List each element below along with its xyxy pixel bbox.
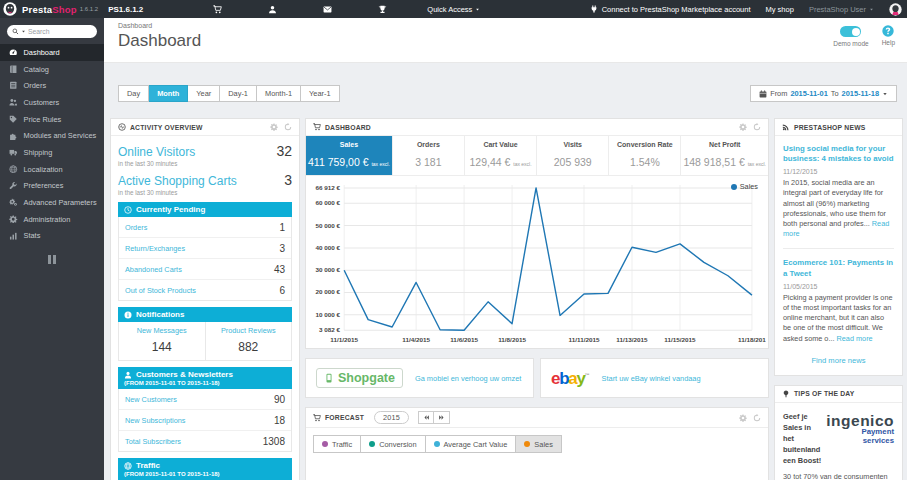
activity-panel-body: Online Visitors 32 in the last 30 minute…: [111, 136, 299, 480]
sidebar-item-shipping[interactable]: Shipping: [0, 144, 104, 161]
pending-row-returns: Return/Exchanges3: [119, 238, 291, 259]
panel-refresh-icon[interactable]: [753, 414, 761, 422]
forecast-prev-button[interactable]: [418, 411, 434, 424]
panel-settings-icon[interactable]: [739, 123, 747, 131]
forecast-next-button[interactable]: [434, 411, 450, 424]
sidebar-collapse-toggle[interactable]: [48, 255, 57, 264]
chart-legend: Sales: [731, 182, 758, 191]
forecast-panel-header: FORECAST 2015: [306, 408, 768, 428]
article-date: 11/12/2015: [783, 168, 894, 175]
help-control: Help: [882, 25, 895, 47]
metric-conversion-rate[interactable]: Conversion Rate1.54%: [609, 136, 681, 175]
panel-settings-icon[interactable]: [270, 123, 278, 131]
sidebar-item-dashboard[interactable]: Dashboard: [0, 44, 104, 61]
cart-icon[interactable]: [213, 5, 222, 14]
sidebar-item-customers[interactable]: Customers: [0, 94, 104, 111]
shopgate-link[interactable]: Ga mobiel en verhoog uw omzet: [415, 374, 521, 383]
metric-visits[interactable]: Visits205 939: [537, 136, 609, 175]
search-input[interactable]: [28, 28, 92, 35]
user-menu[interactable]: PrestaShop User: [809, 5, 874, 14]
panel-refresh-icon[interactable]: [753, 123, 761, 131]
breadcrumb[interactable]: Dashboard: [118, 22, 893, 29]
search-scope-caret-icon[interactable]: [21, 29, 26, 34]
active-carts-link[interactable]: Active Shopping Carts: [118, 174, 237, 188]
prestashop-logo[interactable]: [3, 2, 17, 16]
sales-line-chart: 66 912 €60 000 €50 000 €40 000 €30 000 €…: [308, 178, 766, 346]
avatar[interactable]: [889, 3, 902, 16]
orders-icon: [9, 81, 18, 90]
sales-chart-area: 66 912 €60 000 €50 000 €40 000 €30 000 €…: [306, 176, 768, 348]
metric-sales[interactable]: Sales411 759,00 € tax excl.: [306, 136, 393, 175]
sidebar-item-stats[interactable]: Stats: [0, 228, 104, 245]
range-month-1-button[interactable]: Month-1: [257, 85, 301, 102]
range-month-button[interactable]: Month: [149, 85, 188, 102]
sidebar-item-administration[interactable]: Administration: [0, 211, 104, 228]
metric-cart-value[interactable]: Cart Value129,44 € tax excl.: [465, 136, 537, 175]
legend-label: Sales: [740, 182, 758, 191]
product-reviews-cell: Product Reviews882: [205, 322, 292, 360]
shop-name[interactable]: PS1.6.1.2: [108, 5, 143, 14]
dashboard-panel-header: DASHBOARD: [306, 119, 768, 136]
marketplace-connect-link[interactable]: Connect to PrestaShop Marketplace accoun…: [590, 5, 751, 14]
panel-settings-icon[interactable]: [739, 414, 747, 422]
forecast-conversion-button[interactable]: Conversion: [361, 435, 425, 453]
quick-access-menu[interactable]: Quick Access: [427, 5, 480, 14]
demo-mode-toggle[interactable]: [840, 26, 861, 37]
svg-text:11/6/2015: 11/6/2015: [450, 336, 478, 343]
activity-overview-panel: ACTIVITY OVERVIEW Online Visitors 32 in …: [110, 118, 300, 480]
page-header: Dashboard Dashboard Demo mode Help: [104, 18, 907, 63]
range-day-1-button[interactable]: Day-1: [220, 85, 257, 102]
svg-text:50 000 €: 50 000 €: [316, 222, 341, 229]
forecast-series-buttons: Traffic Conversion Average Cart Value Sa…: [306, 428, 768, 480]
kpi-metrics-row: Sales411 759,00 € tax excl. Orders3 181 …: [306, 136, 768, 176]
panel-refresh-icon[interactable]: [284, 123, 292, 131]
tips-panel-header: TIPS OF THE DAY: [775, 386, 902, 403]
range-day-button[interactable]: Day: [118, 85, 149, 102]
metric-orders[interactable]: Orders3 181: [393, 136, 465, 175]
active-carts-sub: in the last 30 minutes: [118, 189, 292, 196]
sidebar-item-localization[interactable]: Localization: [0, 161, 104, 178]
envelope-icon[interactable]: [323, 5, 332, 14]
forecast-avg-cart-value-button[interactable]: Average Cart Value: [426, 435, 517, 453]
forecast-pagination: [418, 411, 450, 424]
online-visitors-link[interactable]: Online Visitors: [118, 145, 195, 159]
date-range-button[interactable]: From2015-11-01 To2015-11-18: [750, 85, 897, 102]
ebay-banner[interactable]: ebay™ Start uw eBay winkel vandaag: [540, 358, 769, 398]
read-more-link[interactable]: Read more: [837, 334, 873, 343]
pending-row-out-of-stock: Out of Stock Products6: [119, 280, 291, 300]
article-title[interactable]: Using social media for your business: 4 …: [783, 144, 894, 164]
forecast-traffic-button[interactable]: Traffic: [313, 435, 361, 453]
ebay-link[interactable]: Start uw eBay winkel vandaag: [602, 374, 701, 383]
person-icon[interactable]: [268, 5, 277, 14]
shopgate-banner[interactable]: Shopgate Ga mobiel en verhoog uw omzet: [305, 358, 534, 398]
trophy-icon[interactable]: [378, 5, 387, 14]
metric-net-profit[interactable]: Net Profit148 918,51 € tax excl.: [681, 136, 768, 175]
header-tools: Demo mode Help: [833, 25, 895, 47]
main: Dashboard Dashboard Demo mode Help Day M…: [104, 18, 907, 480]
forecast-sales-button[interactable]: Sales: [516, 435, 562, 453]
pending-row-abandoned-carts: Abandoned Carts43: [119, 259, 291, 280]
sidebar-item-advanced-parameters[interactable]: Advanced Parameters: [0, 194, 104, 211]
search-icon[interactable]: [12, 28, 19, 35]
right-column: PRESTASHOP NEWS Using social media for y…: [774, 118, 903, 480]
news-article: Ecommerce 101: Payments in a Tweet 11/05…: [783, 248, 894, 343]
my-shop-link[interactable]: My shop: [766, 5, 794, 14]
sidebar-item-price-rules[interactable]: Price Rules: [0, 111, 104, 128]
svg-text:3 082 €: 3 082 €: [319, 326, 341, 333]
sidebar-item-modules[interactable]: Modules and Services: [0, 127, 104, 144]
sidebar-item-orders[interactable]: Orders: [0, 77, 104, 94]
sidebar-item-preferences[interactable]: Preferences: [0, 178, 104, 195]
find-more-news-link[interactable]: Find more news: [783, 356, 894, 365]
row-total-subscribers: Total Subscribers1308: [119, 431, 291, 451]
help-icon[interactable]: [882, 25, 894, 37]
article-title[interactable]: Ecommerce 101: Payments in a Tweet: [783, 258, 894, 278]
sidebar-item-catalog[interactable]: Catalog: [0, 61, 104, 78]
range-year-1-button[interactable]: Year-1: [301, 85, 340, 102]
svg-text:40 000 €: 40 000 €: [316, 244, 341, 251]
online-visitors-sub: in the last 30 minutes: [118, 160, 292, 167]
row-new-subscriptions: New Subscriptions18: [119, 410, 291, 431]
svg-text:11/11/2015: 11/11/2015: [569, 336, 600, 343]
range-year-button[interactable]: Year: [188, 85, 220, 102]
puzzle-icon: [9, 132, 18, 141]
help-label: Help: [882, 39, 895, 46]
